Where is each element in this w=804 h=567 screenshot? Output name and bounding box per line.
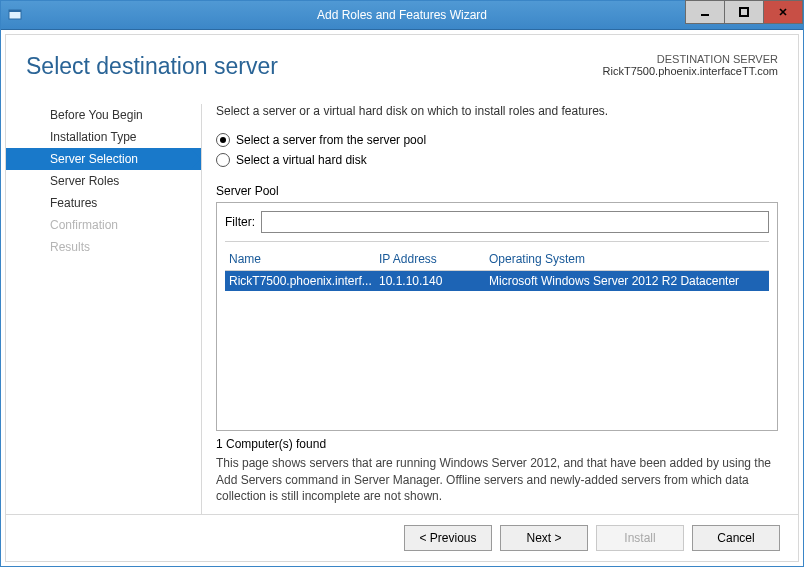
radio-label: Select a virtual hard disk — [236, 153, 367, 167]
cell-ip: 10.1.10.140 — [379, 274, 489, 288]
destination-info: DESTINATION SERVER RickT7500.phoenix.int… — [603, 53, 778, 80]
button-bar: < Previous Next > Install Cancel — [6, 514, 798, 561]
radio-label: Select a server from the server pool — [236, 133, 426, 147]
body: Before You Begin Installation Type Serve… — [6, 104, 798, 514]
sidebar-item-before-you-begin[interactable]: Before You Begin — [6, 104, 201, 126]
computers-found: 1 Computer(s) found — [216, 437, 778, 451]
cell-name: RickT7500.phoenix.interf... — [229, 274, 379, 288]
maximize-button[interactable] — [725, 0, 764, 24]
filter-input[interactable] — [261, 211, 769, 233]
server-pool-box: Filter: Name IP Address Operating System… — [216, 202, 778, 431]
close-button[interactable] — [764, 0, 803, 24]
sidebar-item-features[interactable]: Features — [6, 192, 201, 214]
grid-headers: Name IP Address Operating System — [225, 248, 769, 270]
table-row[interactable]: RickT7500.phoenix.interf... 10.1.10.140 … — [225, 271, 769, 291]
minimize-button[interactable] — [685, 0, 725, 24]
radio-icon — [216, 133, 230, 147]
server-pool-label: Server Pool — [216, 184, 778, 198]
previous-button[interactable]: < Previous — [404, 525, 492, 551]
footnote-text: This page shows servers that are running… — [216, 455, 778, 504]
main-panel: Select a server or a virtual hard disk o… — [201, 104, 798, 514]
svg-rect-2 — [701, 14, 709, 16]
wizard-sidebar: Before You Begin Installation Type Serve… — [6, 104, 201, 514]
destination-host: RickT7500.phoenix.interfaceTT.com — [603, 65, 778, 77]
destination-label: DESTINATION SERVER — [603, 53, 778, 65]
sidebar-item-confirmation: Confirmation — [6, 214, 201, 236]
radio-server-pool[interactable]: Select a server from the server pool — [216, 133, 778, 147]
column-header-os[interactable]: Operating System — [489, 252, 765, 266]
grid-body: RickT7500.phoenix.interf... 10.1.10.140 … — [225, 270, 769, 426]
radio-virtual-hard-disk[interactable]: Select a virtual hard disk — [216, 153, 778, 167]
content-outer: Select destination server DESTINATION SE… — [1, 30, 803, 566]
wizard-window: Add Roles and Features Wizard Select des… — [0, 0, 804, 567]
sidebar-item-installation-type[interactable]: Installation Type — [6, 126, 201, 148]
svg-rect-1 — [9, 10, 21, 12]
cancel-button[interactable]: Cancel — [692, 525, 780, 551]
window-title: Add Roles and Features Wizard — [1, 8, 803, 22]
page-title: Select destination server — [26, 53, 278, 80]
column-header-name[interactable]: Name — [229, 252, 379, 266]
app-icon — [7, 7, 23, 23]
header-area: Select destination server DESTINATION SE… — [6, 35, 798, 104]
next-button[interactable]: Next > — [500, 525, 588, 551]
sidebar-item-results: Results — [6, 236, 201, 258]
content: Select destination server DESTINATION SE… — [5, 34, 799, 562]
install-button: Install — [596, 525, 684, 551]
sidebar-item-server-selection[interactable]: Server Selection — [6, 148, 201, 170]
instruction-text: Select a server or a virtual hard disk o… — [216, 104, 778, 118]
filter-label: Filter: — [225, 215, 255, 229]
titlebar: Add Roles and Features Wizard — [1, 1, 803, 30]
window-buttons — [685, 1, 803, 29]
svg-rect-3 — [740, 8, 748, 16]
radio-icon — [216, 153, 230, 167]
column-header-ip[interactable]: IP Address — [379, 252, 489, 266]
cell-os: Microsoft Windows Server 2012 R2 Datacen… — [489, 274, 765, 288]
filter-row: Filter: — [225, 211, 769, 242]
sidebar-item-server-roles[interactable]: Server Roles — [6, 170, 201, 192]
